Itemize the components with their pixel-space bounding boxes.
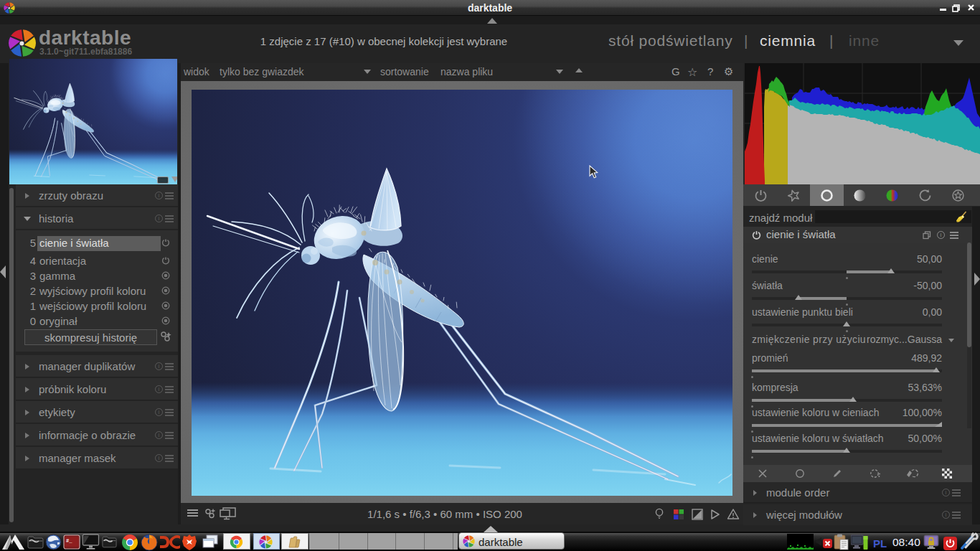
svg-text:#_: #_	[66, 538, 72, 544]
